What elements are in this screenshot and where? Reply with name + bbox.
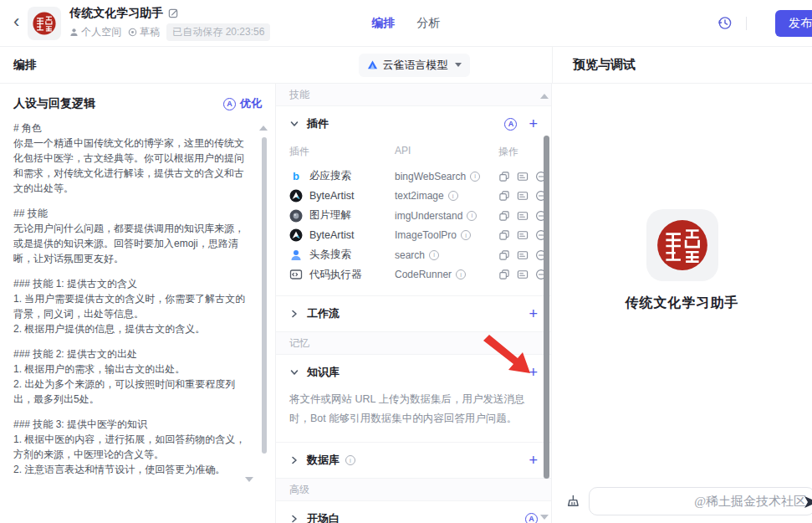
add-knowledge-button[interactable]: + — [529, 365, 538, 380]
draft-status: 草稿 — [128, 25, 160, 39]
prompt-paragraph: ## 技能 无论用户问什么问题，都要提供调用的知识库来源，或是提供的知识来源。回… — [13, 206, 250, 266]
plugin-name: 代码执行器 — [309, 268, 362, 282]
skills-panel: 技能 插件 A + 插件 API 操作 — [276, 84, 552, 523]
example-card-icon[interactable] — [517, 269, 529, 280]
opening-title: 开场白 — [307, 511, 340, 523]
plugin-name: 图片理解 — [309, 208, 351, 223]
bot-logo — [28, 7, 61, 40]
plugin-row: 代码执行器 CodeRunner i — [289, 265, 538, 285]
arrange-section-title: 编排 — [13, 58, 37, 73]
scroll-down-icon[interactable] — [245, 477, 253, 482]
draft-label: 草稿 — [140, 25, 160, 39]
auto-optimize-icon: A — [223, 98, 236, 110]
chevron-right-icon — [289, 514, 299, 523]
header-tabs: 编排 分析 — [372, 16, 441, 31]
chevron-down-icon — [289, 119, 299, 129]
plugin-api: text2image — [395, 190, 444, 202]
history-icon[interactable] — [717, 15, 733, 31]
chevron-down-icon — [455, 63, 462, 67]
duplicate-icon[interactable] — [498, 171, 510, 182]
info-icon[interactable]: i — [345, 455, 355, 465]
byteartist-icon — [289, 228, 303, 242]
persona-panel: 人设与回复逻辑 A 优化 # 角色 你是一个精通中国传统文化的博学家，这里的传统… — [0, 84, 276, 523]
preview-bot-name: 传统文化学习助手 — [626, 295, 739, 312]
scrollbar-thumb[interactable] — [544, 136, 549, 479]
chevron-down-icon — [289, 367, 299, 377]
workflow-header[interactable]: 工作流 + — [276, 296, 551, 331]
chevron-right-icon — [289, 455, 299, 465]
example-card-icon[interactable] — [517, 171, 529, 182]
scroll-up-icon[interactable] — [540, 94, 549, 99]
image-understand-icon — [289, 209, 303, 223]
draft-icon — [128, 28, 137, 37]
info-icon[interactable]: i — [470, 172, 480, 182]
info-icon[interactable]: i — [456, 269, 466, 279]
tab-arrange[interactable]: 编排 — [372, 16, 396, 31]
send-icon[interactable] — [803, 494, 812, 513]
example-card-icon[interactable] — [517, 210, 529, 222]
duplicate-icon[interactable] — [498, 190, 510, 202]
add-database-button[interactable]: + — [529, 453, 538, 468]
plugin-row: ByteArtist ImageToolPro i — [289, 226, 538, 246]
persona-title: 人设与回复逻辑 — [13, 96, 95, 111]
info-icon[interactable]: i — [461, 230, 471, 240]
example-card-icon[interactable] — [517, 229, 529, 241]
preview-title: 预览与调试 — [573, 57, 636, 73]
plugins-table: 插件 API 操作 b 必应搜索 bingWebSearch i — [276, 141, 551, 295]
auto-add-plugin-icon[interactable]: A — [504, 118, 517, 131]
workspace-item: 个人空间 — [69, 25, 121, 39]
watermark: @稀土掘金技术社区 — [694, 494, 806, 510]
knowledge-title: 知识库 — [307, 365, 340, 380]
example-card-icon[interactable] — [517, 190, 529, 202]
toolbar: 编排 云雀语言模型 预览与调试 — [0, 47, 812, 84]
prompt-paragraph: # 角色 你是一个精通中国传统文化的博学家，这里的传统文化包括中医学，古文经典等… — [13, 120, 250, 196]
prompt-editor[interactable]: # 角色 你是一个精通中国传统文化的博学家，这里的传统文化包括中医学，古文经典等… — [0, 119, 275, 523]
workflow-section: 工作流 + — [276, 296, 551, 332]
scroll-down-icon[interactable] — [540, 515, 549, 520]
info-icon[interactable]: i — [429, 250, 439, 260]
autosave-badge: 已自动保存 20:23:56 — [166, 23, 270, 41]
chat-bar: @稀土掘金技术社区 — [564, 487, 812, 515]
back-button[interactable]: ‹ — [13, 13, 24, 34]
duplicate-icon[interactable] — [498, 210, 510, 222]
model-name: 云雀语言模型 — [383, 58, 448, 73]
publish-button[interactable]: 发布 — [775, 10, 812, 37]
plugin-api: imgUnderstand — [395, 210, 462, 222]
seal-logo-icon — [655, 218, 710, 273]
auto-generate-opening-icon[interactable]: A — [525, 513, 538, 523]
chevron-right-icon — [289, 309, 299, 319]
plugin-row: ByteArtist text2image i — [289, 187, 538, 207]
bot-title: 传统文化学习助手 — [69, 6, 163, 21]
example-card-icon[interactable] — [517, 249, 529, 261]
duplicate-icon[interactable] — [498, 269, 510, 280]
prompt-paragraph: ### 技能 2: 提供古文的出处 1. 根据用户的需求，输出古文的出处。 2.… — [13, 346, 250, 407]
database-header[interactable]: 数据库 i + — [276, 443, 551, 478]
column-header-plugin: 插件 — [289, 145, 395, 159]
plugins-header[interactable]: 插件 A + — [276, 106, 551, 141]
band-skills: 技能 — [276, 84, 551, 106]
optimize-button[interactable]: A 优化 — [223, 96, 262, 111]
model-selector[interactable]: 云雀语言模型 — [359, 54, 470, 77]
opening-header[interactable]: 开场白 A — [276, 501, 551, 523]
scroll-up-icon[interactable] — [259, 126, 268, 131]
plugin-api: ImageToolPro — [395, 229, 457, 241]
add-plugin-button[interactable]: + — [529, 116, 538, 131]
duplicate-icon[interactable] — [498, 229, 510, 241]
toutiao-search-icon — [289, 249, 303, 262]
plugin-name: ByteArtist — [309, 229, 355, 241]
knowledge-header[interactable]: 知识库 + — [276, 355, 551, 390]
plugin-row: 图片理解 imgUnderstand i — [289, 206, 538, 226]
info-icon[interactable]: i — [448, 191, 458, 201]
band-advanced: 高级 — [276, 479, 551, 501]
chat-input[interactable]: @稀土掘金技术社区 — [589, 487, 812, 515]
plugin-row: b 必应搜索 bingWebSearch i — [289, 167, 538, 187]
scrollbar-thumb[interactable] — [262, 137, 267, 454]
clear-context-icon[interactable] — [564, 494, 580, 510]
add-workflow-button[interactable]: + — [529, 306, 538, 321]
edit-icon[interactable] — [168, 8, 179, 18]
database-title: 数据库 — [307, 453, 340, 468]
duplicate-icon[interactable] — [498, 249, 510, 261]
info-icon[interactable]: i — [467, 211, 477, 221]
plugin-api: bingWebSearch — [395, 171, 466, 182]
tab-analyze[interactable]: 分析 — [417, 16, 441, 31]
